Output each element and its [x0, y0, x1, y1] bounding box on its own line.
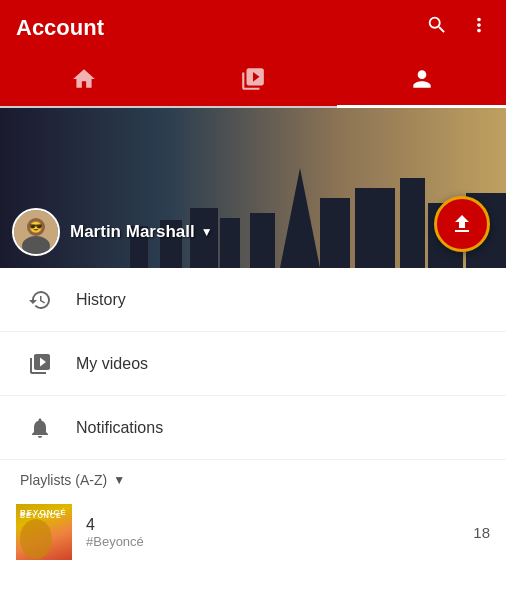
my-videos-icon [20, 352, 60, 376]
user-profile-area: 😎 Martin Marshall ▼ [12, 208, 213, 256]
user-name[interactable]: Martin Marshall ▼ [70, 222, 213, 242]
user-banner: 😎 Martin Marshall ▼ [0, 108, 506, 268]
nav-item-home[interactable] [0, 58, 169, 106]
menu-item-history[interactable]: History [0, 268, 506, 332]
playlist-total: 18 [473, 524, 490, 541]
menu-item-notifications[interactable]: Notifications [0, 396, 506, 460]
upload-button[interactable] [434, 196, 490, 252]
playlist-thumbnail: BEYONCÉ BEYONCÉ [16, 504, 72, 560]
account-dropdown-arrow: ▼ [201, 225, 213, 239]
top-header: Account [0, 0, 506, 56]
menu-list: History My videos Notifications [0, 268, 506, 460]
nav-item-subscriptions[interactable] [169, 58, 338, 106]
playlist-info: 4 #Beyoncé [86, 516, 473, 549]
nav-bar [0, 56, 506, 108]
nav-item-account[interactable] [337, 58, 506, 106]
my-videos-label: My videos [76, 355, 148, 373]
account-icon [409, 66, 435, 98]
avatar[interactable]: 😎 [12, 208, 60, 256]
menu-item-my-videos[interactable]: My videos [0, 332, 506, 396]
upload-icon [450, 212, 474, 236]
page-title: Account [16, 15, 426, 41]
playlists-section: Playlists (A-Z) ▼ BEYONCÉ BEYONCÉ 4 #Bey… [0, 460, 506, 568]
home-icon [71, 66, 97, 98]
notifications-label: Notifications [76, 419, 163, 437]
list-item[interactable]: BEYONCÉ BEYONCÉ 4 #Beyoncé 18 [0, 496, 506, 568]
playlists-dropdown-arrow[interactable]: ▼ [113, 473, 125, 487]
more-options-icon[interactable] [468, 14, 490, 42]
search-icon[interactable] [426, 14, 448, 42]
header-actions [426, 14, 490, 42]
history-label: History [76, 291, 126, 309]
svg-text:😎: 😎 [29, 220, 43, 234]
playlist-name: #Beyoncé [86, 534, 473, 549]
svg-point-5 [20, 519, 52, 559]
playlist-count: 4 [86, 516, 473, 534]
history-icon [20, 288, 60, 312]
subscriptions-icon [240, 66, 266, 98]
notifications-icon [20, 416, 60, 440]
playlists-header: Playlists (A-Z) ▼ [0, 460, 506, 496]
playlists-title: Playlists (A-Z) [20, 472, 107, 488]
